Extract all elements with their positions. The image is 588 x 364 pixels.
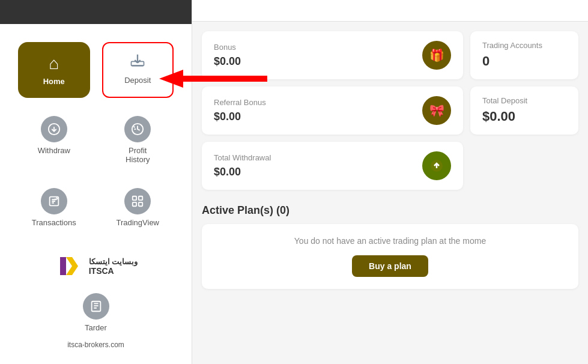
- home-icon: ⌂: [49, 54, 59, 73]
- referral-bonus-card: Referral Bonus $0.00 🎀: [202, 86, 463, 135]
- sidebar-item-tradingview-label: TradingView: [116, 218, 159, 227]
- cards-row-2: Referral Bonus $0.00 🎀 Total Deposit $0.…: [202, 86, 578, 135]
- svg-marker-9: [60, 257, 66, 275]
- total-withdrawal-value: $0.00: [214, 166, 271, 178]
- sidebar-item-withdraw[interactable]: Withdraw: [18, 110, 90, 170]
- svg-marker-13: [159, 70, 183, 88]
- total-deposit-value: $0.00: [482, 109, 566, 124]
- referral-bonus-card-left: Referral Bonus $0.00: [214, 98, 266, 123]
- total-withdrawal-icon-circle: [422, 151, 451, 180]
- svg-rect-5: [139, 196, 142, 200]
- sidebar-item-withdraw-label: Withdraw: [38, 146, 70, 155]
- svg-rect-12: [183, 76, 267, 82]
- sidebar-logo: وبسایت ایتسکا ITSCA Tarder itsca-brokers…: [54, 251, 138, 355]
- trading-accounts-stat: Trading Accounts 0: [470, 31, 578, 79]
- active-plans-section: Active Plan(s) (0) You do not have an ac…: [192, 204, 588, 289]
- bonus-card-left: Bonus $0.00: [214, 43, 241, 68]
- sidebar-item-tradingview[interactable]: TradingView: [102, 182, 174, 233]
- total-withdrawal-card: Total Withdrawal $0.00: [202, 142, 463, 190]
- cards-area: Bonus $0.00 🎁 Trading Accounts 0 Referra…: [192, 22, 588, 199]
- referral-bonus-value: $0.00: [214, 111, 266, 123]
- logo-box: وبسایت ایتسکا ITSCA: [54, 251, 138, 281]
- buy-plan-button[interactable]: Buy a plan: [352, 255, 428, 277]
- spacer: [470, 142, 578, 190]
- sidebar-icons-grid: ⌂ Home Deposit Withdraw: [6, 42, 186, 170]
- svg-rect-6: [133, 202, 136, 206]
- deposit-icon: [129, 52, 146, 72]
- svg-rect-8: [54, 251, 84, 281]
- gift-box-icon: 🎀: [429, 103, 444, 118]
- sidebar-item-transactions[interactable]: Transactions: [18, 182, 90, 233]
- upload-icon: [429, 159, 444, 173]
- sidebar-bottom-grid: Transactions TradingView: [6, 182, 186, 233]
- referral-bonus-title: Referral Bonus: [214, 98, 266, 107]
- red-arrow: [153, 66, 273, 93]
- sidebar-item-home[interactable]: ⌂ Home: [18, 42, 90, 98]
- sidebar-item-transactions-label: Transactions: [32, 218, 76, 227]
- no-plan-text: You do not have an active trading plan a…: [214, 236, 566, 246]
- total-withdrawal-title: Total Withdrawal: [214, 153, 271, 162]
- sidebar-item-home-label: Home: [43, 77, 65, 86]
- total-withdrawal-card-left: Total Withdrawal $0.00: [214, 153, 271, 178]
- main-content: Bonus $0.00 🎁 Trading Accounts 0 Referra…: [192, 0, 588, 364]
- transactions-icon-circle: [41, 188, 67, 214]
- sidebar-top-bar: [0, 0, 192, 24]
- trading-accounts-title: Trading Accounts: [482, 41, 566, 50]
- main-top-bar: [192, 0, 588, 22]
- profit-history-icon-circle: [124, 116, 151, 142]
- cards-row-3: Total Withdrawal $0.00: [202, 142, 578, 190]
- bonus-title: Bonus: [214, 43, 241, 52]
- tradingview-icon-circle: [124, 188, 151, 214]
- trading-accounts-value: 0: [482, 53, 566, 69]
- total-deposit-title: Total Deposit: [482, 96, 566, 105]
- gift-icon: 🎁: [429, 48, 444, 62]
- sidebar-item-tarder-label: Tarder: [85, 323, 107, 332]
- active-plans-title: Active Plan(s) (0): [202, 204, 578, 217]
- sidebar-item-tarder[interactable]: Tarder: [77, 287, 115, 338]
- logo-text: وبسایت ایتسکا ITSCA: [89, 257, 138, 276]
- svg-rect-7: [139, 202, 142, 206]
- total-deposit-stat: Total Deposit $0.00: [470, 86, 578, 135]
- referral-bonus-icon-circle: 🎀: [422, 96, 451, 125]
- sidebar-item-profit-history-label: ProfitHistory: [126, 146, 150, 164]
- logo-url: itsca-brokers.com: [67, 341, 124, 349]
- withdraw-icon-circle: [41, 116, 67, 142]
- svg-rect-4: [133, 196, 136, 200]
- itsca-logo-icon: [54, 251, 84, 281]
- sidebar-item-deposit-label: Deposit: [124, 76, 151, 85]
- no-plan-box: You do not have an active trading plan a…: [202, 224, 578, 289]
- sidebar-item-profit-history[interactable]: ProfitHistory: [102, 110, 174, 170]
- bonus-icon-circle: 🎁: [422, 41, 451, 70]
- tarder-icon-circle: [83, 293, 109, 320]
- sidebar: ⌂ Home Deposit Withdraw: [0, 0, 192, 364]
